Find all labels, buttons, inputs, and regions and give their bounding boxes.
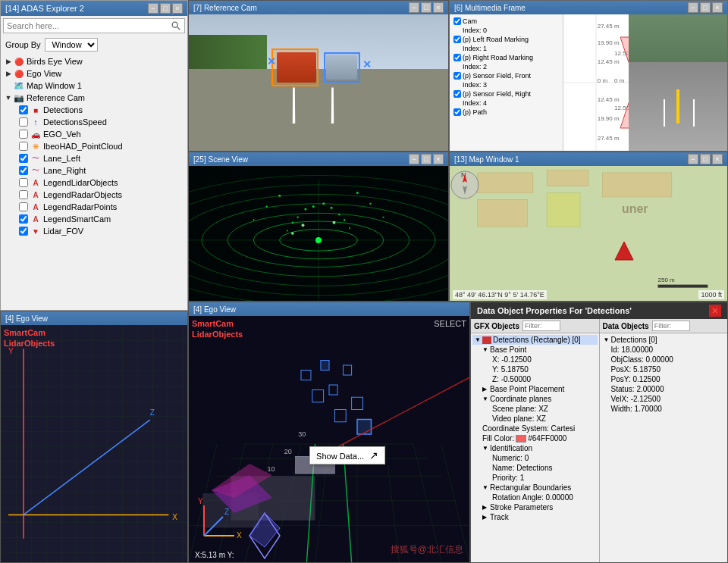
data-item-status[interactable]: Status: 2.00000 [601, 384, 726, 394]
ego-view-titlebar: [4] Ego View [1, 311, 187, 325]
mm-left-marking-checkbox[interactable] [453, 36, 461, 43]
svg-rect-58 [478, 200, 528, 227]
gfx-item-numeric[interactable]: Numeric: 0 [472, 453, 598, 463]
tree-item-ref-cam[interactable]: ▼ 📷 Reference Cam [1, 92, 187, 104]
mm-cam-checkbox[interactable] [453, 17, 461, 25]
minimize-button[interactable]: − [148, 3, 158, 14]
scene-maximize[interactable]: □ [421, 154, 431, 164]
gfx-item-rect-bound[interactable]: ▼ Rectangular Boundaries [472, 483, 598, 493]
gfx-item-scene-plane[interactable]: Scene plane: XZ [472, 404, 598, 414]
data-item-width[interactable]: Width: 1.70000 [601, 404, 726, 414]
gfx-track-label: Track [490, 513, 509, 521]
legend-smart-checkbox[interactable] [19, 214, 28, 224]
detections-speed-checkbox[interactable] [19, 117, 28, 127]
gfx-item-z[interactable]: Z: -0.50000 [472, 374, 598, 384]
gfx-item-detections[interactable]: ▼ Detections (Rectangle) [0] [472, 335, 598, 345]
tree-item-lane-left[interactable]: 〜 Lane_Left [1, 152, 187, 164]
legend-radar-checkbox[interactable] [19, 190, 28, 199]
tree-item-detections[interactable]: ■ Detections [1, 104, 187, 116]
properties-close-button[interactable]: × [709, 305, 721, 317]
mm-idx2-label: Index: 2 [453, 63, 487, 70]
tree-item-lane-right[interactable]: 〜 Lane_Right [1, 164, 187, 177]
mm-minimize[interactable]: − [688, 2, 698, 13]
mm-maximize[interactable]: □ [700, 2, 711, 13]
svg-point-42 [344, 219, 345, 221]
cam-close[interactable]: × [433, 2, 444, 13]
gfx-item-coord-sys[interactable]: Coordinate System: Cartesi [472, 424, 598, 433]
data-item-detections[interactable]: ▼ Detections [0] [601, 335, 726, 345]
multimedia-titlebar: [6] Multimedia Frame − □ × [450, 1, 727, 14]
tree-item-legend-lidar[interactable]: A LegendLidarObjects [1, 177, 187, 189]
gfx-item-priority[interactable]: Priority: 1 [472, 473, 598, 483]
svg-text:Y: Y [198, 497, 203, 505]
tree-item-ego-view[interactable]: ▶ 🔴 Ego View [1, 67, 187, 80]
svg-point-43 [287, 230, 288, 231]
gfx-filter-input[interactable] [522, 321, 560, 331]
map-close[interactable]: × [712, 154, 723, 164]
mm-item-right-marking[interactable]: (p) Right Road Marking [452, 53, 560, 62]
tree-item-legend-radar-pts[interactable]: A LegendRadarPoints [1, 201, 187, 213]
group-by-select[interactable]: Window [45, 38, 98, 52]
cam-maximize[interactable]: □ [421, 2, 431, 13]
gfx-item-x[interactable]: X: -0.12500 [472, 355, 598, 364]
detections-speed-icon: ↑ [30, 117, 42, 127]
gfx-item-y[interactable]: Y: 5.18750 [472, 364, 598, 374]
mm-sensor-front-checkbox[interactable] [453, 72, 461, 80]
svg-point-38 [331, 207, 333, 209]
lane-left-checkbox[interactable] [19, 154, 28, 163]
tree-item-legend-radar[interactable]: A LegendRadarObjects [1, 189, 187, 201]
close-button[interactable]: × [172, 3, 183, 14]
ego-3d-svg: 30 20 10 Y [189, 316, 469, 562]
cam-minimize[interactable]: − [409, 2, 419, 13]
gfx-item-base-point[interactable]: ▼ Base Point [472, 345, 598, 355]
mm-path-checkbox[interactable] [453, 108, 461, 116]
legend-radar-pts-icon: A [30, 202, 42, 212]
mm-item-sensor-right[interactable]: (p) Sensor Field, Right [452, 89, 560, 99]
data-item-posx[interactable]: PosX: 5.18750 [601, 364, 726, 374]
mm-item-path[interactable]: (p) Path [452, 108, 560, 117]
data-item-posy[interactable]: PosY: 0.12500 [601, 374, 726, 384]
gfx-item-bpp[interactable]: ▶ Base Point Placement [472, 384, 598, 394]
show-data-button[interactable]: Show Data... ↗ [309, 446, 385, 464]
mm-close[interactable]: × [712, 2, 723, 13]
gfx-item-rotation[interactable]: Rotation Angle: 0.00000 [472, 493, 598, 502]
tree-item-lidar-fov[interactable]: ▼ Lidar_FOV [1, 225, 187, 237]
map-maximize[interactable]: □ [700, 154, 711, 164]
mm-item-cam[interactable]: Cam [452, 17, 560, 26]
tree-item-map-window[interactable]: ▶ 🗺️ Map Window 1 [1, 80, 187, 92]
detections-checkbox[interactable] [19, 105, 28, 114]
data-item-id[interactable]: Id: 18.00000 [601, 345, 726, 355]
mm-item-sensor-front[interactable]: (p) Sensor Field, Front [452, 71, 560, 80]
gfx-item-stroke[interactable]: ▶ Stroke Parameters [472, 502, 598, 512]
gfx-item-name[interactable]: Name: Detections [472, 463, 598, 473]
map-minimize[interactable]: − [688, 154, 698, 164]
legend-lidar-checkbox[interactable] [19, 178, 28, 187]
tree-item-birds-eye[interactable]: ▶ 🔴 Birds Eye View [1, 55, 187, 67]
mm-right-marking-checkbox[interactable] [453, 54, 461, 61]
scene-minimize[interactable]: − [409, 154, 419, 164]
tree-item-detections-speed[interactable]: ↑ DetectionsSpeed [1, 116, 187, 128]
lidar-fov-checkbox[interactable] [19, 227, 28, 236]
ibeo-checkbox[interactable] [19, 142, 28, 151]
tree-item-ibeo[interactable]: ❋ IbeoHAD_PointCloud [1, 140, 187, 152]
data-item-objclass[interactable]: ObjClass: 0.00000 [601, 355, 726, 364]
lane-right-checkbox[interactable] [19, 166, 28, 175]
gfx-item-coord-planes[interactable]: ▼ Coordinate planes [472, 394, 598, 404]
data-filter-input[interactable] [652, 321, 690, 331]
multimedia-content: Cam Index: 0 (p) Left Road Marking Index… [450, 14, 727, 151]
gfx-item-track[interactable]: ▶ Track [472, 512, 598, 522]
tree-item-legend-smart[interactable]: A LegendSmartCam [1, 213, 187, 225]
gfx-item-identification[interactable]: ▼ Identification [472, 443, 598, 453]
scene-close[interactable]: × [433, 154, 444, 164]
gfx-item-video-plane[interactable]: Video plane: XZ [472, 414, 598, 424]
gfx-item-fill-color[interactable]: Fill Color: #64FF0000 [472, 433, 598, 443]
data-item-velx[interactable]: VelX: -2.12500 [601, 394, 726, 404]
mm-item-idx2: Index: 2 [452, 62, 560, 71]
ego-veh-checkbox[interactable] [19, 130, 28, 139]
legend-radar-pts-checkbox[interactable] [19, 202, 28, 211]
tree-item-ego-veh[interactable]: 🚗 EGO_Veh [1, 128, 187, 140]
mm-item-left-marking[interactable]: (p) Left Road Marking [452, 35, 560, 44]
search-input[interactable] [7, 21, 171, 30]
mm-sensor-right-checkbox[interactable] [453, 90, 461, 98]
maximize-button[interactable]: □ [160, 3, 171, 14]
